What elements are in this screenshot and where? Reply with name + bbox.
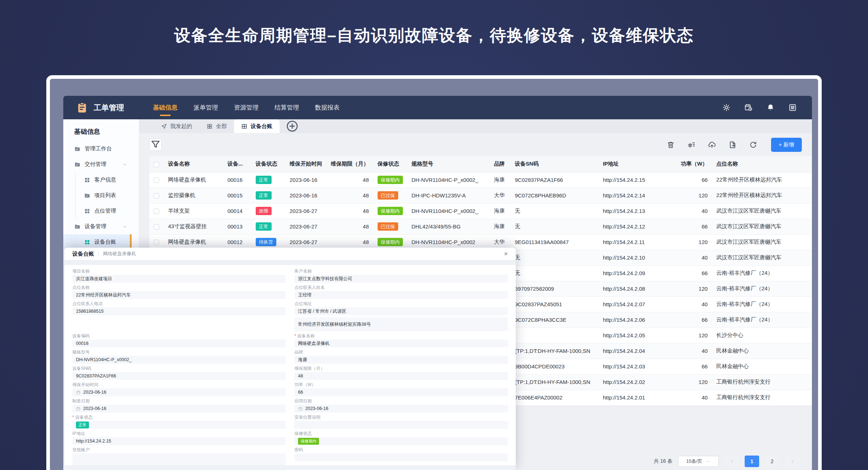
table-row[interactable]: 网络硬盘录像机00016正常2023-06-1648保修期内DH-NVR1104… — [149, 172, 812, 188]
field-input[interactable] — [294, 453, 508, 461]
notifications-bell-icon[interactable] — [766, 103, 775, 112]
field-input[interactable]: 王经理 — [294, 291, 508, 299]
table-row[interactable]: 监控摄像机00015正常2023-06-1648已过保DH-IPC-HDW123… — [149, 188, 812, 203]
sidebar-item[interactable]: 设备管理 — [63, 219, 132, 234]
calendar-date-glyph — [76, 406, 81, 411]
select-all-checkbox[interactable] — [154, 162, 159, 167]
field-input[interactable]: http://154.24.2.15 — [72, 437, 286, 445]
nav-item-2[interactable]: 派单管理 — [193, 96, 218, 119]
drawer-close-button[interactable]: × — [504, 251, 508, 257]
tab-1[interactable]: 我发起的 — [154, 119, 199, 133]
page-size-select[interactable]: 15条/页 — [678, 456, 719, 467]
field-input[interactable]: 2023-06-16 — [72, 405, 286, 413]
field-input[interactable]: 滨江道路改建项目 — [72, 275, 286, 283]
settings-gear-icon[interactable] — [722, 103, 731, 112]
field-input[interactable]: 48 — [294, 372, 508, 380]
field-input[interactable]: 15861868515 — [72, 307, 286, 315]
row-checkbox[interactable] — [154, 178, 159, 183]
table-toolbar: + 新增 — [139, 133, 812, 156]
field-input[interactable]: 保修期内 — [294, 437, 508, 445]
column-header: 规格型号 — [407, 156, 490, 172]
sidebar-menu: 管理工作台交付管理客户信息项目列表点位管理设备管理设备台账 — [63, 141, 139, 250]
nav-item-5[interactable]: 数据报表 — [315, 96, 340, 119]
page-button-1[interactable]: 1 — [745, 456, 759, 467]
cell-power: 66 — [668, 265, 712, 281]
calendar-date-glyph — [298, 406, 303, 411]
cell-ip: http://154.24.2.04 — [599, 343, 668, 359]
app-logo-icon — [76, 102, 88, 114]
calendar-date-icon — [298, 406, 303, 411]
row-checkbox[interactable] — [154, 240, 159, 245]
cell-maint-start: 2023-06-16 — [285, 188, 327, 203]
field-value: 海康 — [298, 357, 307, 363]
field-input[interactable]: 00016 — [72, 339, 286, 347]
status-badge: 已过保 — [378, 191, 398, 200]
nav-item-4[interactable]: 结算管理 — [275, 96, 299, 119]
field-value: 00016 — [76, 341, 89, 346]
grid-glyph — [84, 239, 90, 245]
field-input[interactable]: DH-NVR1104HC-P_x0002_ — [72, 356, 286, 364]
cell-brand: 大华 — [490, 188, 511, 203]
field-input[interactable]: 正常 — [72, 421, 286, 429]
refresh-icon[interactable] — [749, 141, 757, 149]
field-input[interactable]: 江苏省 / 常州市 / 武进区 — [294, 307, 508, 315]
nav-item-1[interactable]: 基础信息 — [153, 96, 178, 119]
cell-warranty-status: 保修期内 — [373, 203, 407, 219]
page-button-2[interactable]: 2 — [765, 456, 779, 467]
add-tab-button[interactable] — [280, 119, 305, 133]
sidebar-item[interactable]: 管理工作台 — [63, 141, 132, 157]
nav-item-3[interactable]: 资源管理 — [234, 96, 259, 119]
field-input[interactable]: 2023-06-16 — [294, 405, 508, 413]
cell-site: 武汉市江汉区军匠唐樾汽车 — [712, 219, 812, 234]
cell-device-status: 正常 — [251, 219, 285, 234]
delete-trash-icon[interactable] — [667, 141, 675, 149]
schedule-calendar-icon[interactable] — [744, 103, 753, 112]
toolbar-icon-group — [667, 141, 757, 149]
chevron-left-icon — [729, 459, 734, 464]
sidebar-item-label: 管理工作台 — [85, 145, 112, 152]
field-input[interactable]: 网络硬盘录像机 — [294, 339, 508, 347]
table-row[interactable]: 43寸监视器壁挂00013正常2023-06-2748已过保DHL42/43/4… — [149, 219, 812, 234]
tab-3[interactable]: 设备台账 — [234, 119, 280, 133]
form-field: 密码 — [294, 447, 508, 461]
row-checkbox[interactable] — [154, 193, 159, 198]
settings-gear-glyph — [722, 103, 731, 112]
field-input[interactable]: 海康 — [294, 356, 508, 364]
control-panel-icon[interactable] — [788, 103, 797, 112]
cell-power: 66 — [668, 359, 712, 374]
field-input[interactable] — [294, 421, 508, 429]
field-input[interactable]: 9C02837PAZA1F66 — [72, 372, 286, 380]
grid-outline-glyph — [207, 123, 213, 129]
field-input[interactable]: 2023-06-16 — [72, 388, 286, 396]
row-checkbox[interactable] — [154, 209, 159, 214]
prev-page-button[interactable] — [724, 456, 739, 467]
cloud-upload-icon[interactable] — [708, 141, 716, 149]
cell-device-status: 故障 — [251, 203, 285, 219]
column-settings-icon[interactable] — [687, 141, 695, 149]
cell-maint-start: 2023-06-27 — [285, 203, 327, 219]
field-value: 66 — [298, 390, 303, 395]
cell-power: 120 — [668, 328, 712, 343]
field-input[interactable]: 66 — [294, 388, 508, 396]
cell-maint-start: 2023-06-27 — [285, 219, 327, 234]
sidebar-item-label: 设备台账 — [94, 239, 116, 245]
cell-warranty-status: 保修期内 — [373, 172, 407, 188]
form-field: 安装位置说明 — [294, 415, 508, 429]
row-checkbox[interactable] — [154, 224, 159, 230]
next-page-button[interactable] — [785, 456, 800, 467]
file-export-icon[interactable] — [728, 141, 737, 149]
table-row[interactable]: 半球支架00014故障2023-06-2748保修期内DH-NVR1104HC-… — [149, 203, 812, 219]
field-input[interactable]: 22常州经开区横林远邦汽车 — [72, 291, 286, 299]
folder-glyph — [74, 223, 81, 230]
field-input[interactable]: 常州经济开发区横林镇村迎宾路38号 — [294, 317, 508, 331]
sidebar-item[interactable]: 项目列表 — [63, 188, 132, 203]
tab-2[interactable]: 全部 — [199, 119, 234, 133]
add-new-button[interactable]: + 新增 — [771, 138, 802, 152]
filter-button[interactable] — [149, 138, 162, 151]
window-frame: 工单管理 基础信息派单管理资源管理结算管理数据报表 基础信息 管理工作台交付管理… — [46, 75, 822, 470]
sidebar-item[interactable]: 交付管理 — [63, 157, 132, 172]
sidebar-item[interactable]: 客户信息 — [63, 172, 132, 188]
required-mark: * — [294, 333, 296, 338]
field-input[interactable]: 浙江支点数字科技有限公司 — [294, 275, 508, 283]
sidebar-item[interactable]: 点位管理 — [63, 203, 132, 219]
